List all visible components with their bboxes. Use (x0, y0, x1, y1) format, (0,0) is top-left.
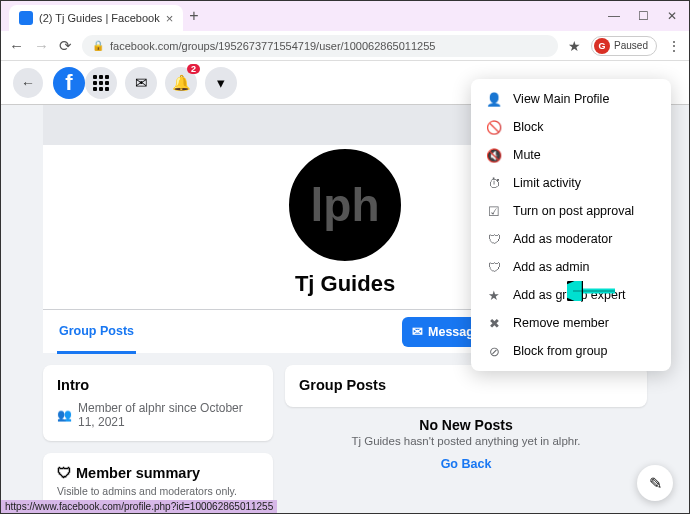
remove-icon: ✖ (485, 314, 503, 332)
menu-grid-button[interactable] (85, 67, 117, 99)
window-titlebar: (2) Tj Guides | Facebook × + — ☐ ✕ (1, 1, 689, 31)
no-posts-block: No New Posts Tj Guides hasn't posted any… (285, 407, 647, 471)
annotation-arrow (567, 281, 617, 301)
tab-title: (2) Tj Guides | Facebook (39, 12, 160, 24)
paused-label: Paused (614, 40, 648, 51)
new-tab-button[interactable]: + (189, 7, 198, 25)
block-group-icon: ⊘ (485, 342, 503, 360)
bell-icon: 🔔 (172, 74, 191, 92)
window-controls: — ☐ ✕ (608, 9, 689, 23)
menu-remove-member[interactable]: ✖Remove member (471, 309, 671, 337)
intro-card: Intro 👥Member of alphr since October 11,… (43, 365, 273, 441)
messenger-icon: ✉ (412, 324, 423, 339)
extensions-icon[interactable]: ★ (568, 38, 581, 54)
notifications-button[interactable]: 🔔 2 (165, 67, 197, 99)
member-summary-heading: 🛡 Member summary (57, 465, 259, 481)
shield-icon: 🛡 (485, 230, 503, 248)
notification-badge: 2 (187, 64, 200, 74)
reload-icon[interactable]: ⟳ (59, 37, 72, 55)
account-dropdown-button[interactable]: ▾ (205, 67, 237, 99)
admin-icon: 🛡 (485, 258, 503, 276)
menu-limit-activity[interactable]: ⏱Limit activity (471, 169, 671, 197)
group-posts-card: Group Posts (285, 365, 647, 407)
tab-group-posts[interactable]: Group Posts (57, 311, 136, 354)
group-icon: 👥 (57, 408, 72, 422)
avatar[interactable]: lph (285, 145, 405, 265)
menu-turn-on-post-approval[interactable]: ☑Turn on post approval (471, 197, 671, 225)
browser-menu-icon[interactable]: ⋮ (667, 38, 681, 54)
member-summary-sub: Visible to admins and moderators only. (57, 485, 259, 497)
facebook-favicon (19, 11, 33, 25)
menu-add-moderator[interactable]: 🛡Add as moderator (471, 225, 671, 253)
no-posts-title: No New Posts (285, 417, 647, 433)
edit-fab[interactable]: ✎ (637, 465, 673, 501)
messenger-icon: ✉ (135, 74, 148, 92)
go-back-link[interactable]: Go Back (285, 457, 647, 471)
menu-mute[interactable]: 🔇Mute (471, 141, 671, 169)
block-icon: 🚫 (485, 118, 503, 136)
close-window-icon[interactable]: ✕ (667, 9, 677, 23)
status-bar: https://www.facebook.com/profile.php?id=… (1, 500, 277, 513)
menu-view-main-profile[interactable]: 👤View Main Profile (471, 85, 671, 113)
browser-tab[interactable]: (2) Tj Guides | Facebook × (9, 5, 183, 31)
forward-icon[interactable]: → (34, 37, 49, 54)
address-bar[interactable]: 🔒 facebook.com/groups/1952673771554719/u… (82, 35, 558, 57)
browser-toolbar: ← → ⟳ 🔒 facebook.com/groups/195267377155… (1, 31, 689, 61)
minimize-icon[interactable]: — (608, 9, 620, 23)
profile-chip[interactable]: G Paused (591, 36, 657, 56)
intro-heading: Intro (57, 377, 259, 393)
maximize-icon[interactable]: ☐ (638, 9, 649, 23)
fb-back-button[interactable]: ← (13, 68, 43, 98)
back-icon[interactable]: ← (9, 37, 24, 54)
menu-block-from-group[interactable]: ⊘Block from group (471, 337, 671, 365)
limit-icon: ⏱ (485, 174, 503, 192)
expert-icon: ★ (485, 286, 503, 304)
lock-icon: 🔒 (92, 40, 104, 51)
close-tab-icon[interactable]: × (166, 11, 174, 26)
url-text: facebook.com/groups/1952673771554719/use… (110, 40, 435, 52)
facebook-logo[interactable]: f (53, 67, 85, 99)
member-actions-menu: 👤View Main Profile 🚫Block 🔇Mute ⏱Limit a… (471, 79, 671, 371)
menu-add-admin[interactable]: 🛡Add as admin (471, 253, 671, 281)
pencil-icon: ✎ (649, 474, 662, 493)
menu-block[interactable]: 🚫Block (471, 113, 671, 141)
messenger-button[interactable]: ✉ (125, 67, 157, 99)
grid-icon (93, 75, 109, 91)
approval-icon: ☑ (485, 202, 503, 220)
no-posts-body: Tj Guides hasn't posted anything yet in … (285, 435, 647, 447)
intro-text: Member of alphr since October 11, 2021 (78, 401, 259, 429)
group-posts-heading: Group Posts (299, 377, 633, 393)
chevron-down-icon: ▾ (217, 74, 225, 92)
shield-icon: 🛡 (57, 465, 72, 481)
profile-icon: 👤 (485, 90, 503, 108)
profile-avatar-icon: G (594, 38, 610, 54)
mute-icon: 🔇 (485, 146, 503, 164)
